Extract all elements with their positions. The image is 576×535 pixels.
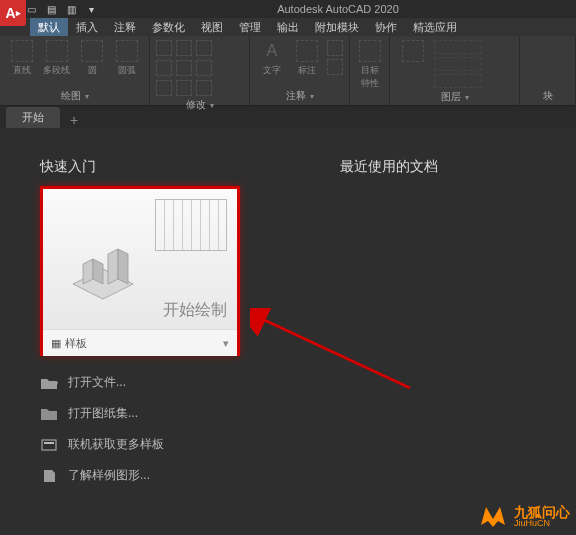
link-get-templates[interactable]: 联机获取更多样板 bbox=[40, 434, 260, 455]
btn-circle[interactable]: 圆 bbox=[77, 40, 108, 77]
svg-marker-4 bbox=[118, 249, 128, 284]
tab-collab[interactable]: 协作 bbox=[367, 18, 405, 36]
array-icon[interactable] bbox=[196, 80, 212, 96]
recent-docs-title: 最近使用的文档 bbox=[340, 158, 438, 176]
btn-arc[interactable]: 圆弧 bbox=[112, 40, 143, 77]
rotate-icon[interactable] bbox=[176, 40, 192, 56]
download-icon bbox=[40, 438, 58, 452]
annotation-arrow bbox=[250, 308, 420, 398]
link-sample-drawings[interactable]: 了解样例图形... bbox=[40, 465, 260, 486]
link-get-templates-label: 联机获取更多样板 bbox=[68, 436, 164, 453]
scale-icon[interactable] bbox=[176, 80, 192, 96]
svg-line-7 bbox=[260, 318, 410, 388]
qat-save-icon[interactable]: ▤ bbox=[44, 2, 58, 16]
template-label: 样板 bbox=[65, 336, 87, 351]
panel-properties: 目标 特性 bbox=[350, 36, 390, 105]
text-icon: A bbox=[261, 40, 283, 62]
chevron-down-icon: ▾ bbox=[223, 337, 229, 350]
panel-block: 块 bbox=[520, 36, 576, 105]
btn-layerprops[interactable] bbox=[396, 40, 430, 62]
start-drawing-card[interactable]: 开始绘制 ▦ 样板 ▾ bbox=[40, 186, 240, 356]
svg-rect-5 bbox=[42, 440, 56, 450]
ribbon: 直线 多段线 圆 圆弧 绘图 修改 A文字 标注 注释 目标 特性 图层 bbox=[0, 36, 576, 106]
watermark-en: JiuHuCN bbox=[514, 519, 570, 528]
btn-line[interactable]: 直线 bbox=[6, 40, 37, 77]
watermark-logo-icon bbox=[478, 503, 508, 529]
tab-default[interactable]: 默认 bbox=[30, 18, 68, 36]
table-icon[interactable] bbox=[327, 59, 343, 75]
link-open-file[interactable]: 打开文件... bbox=[40, 372, 260, 393]
template-preview: 开始绘制 bbox=[43, 189, 237, 329]
btn-text[interactable]: A文字 bbox=[256, 40, 288, 77]
btn-polyline[interactable]: 多段线 bbox=[41, 40, 72, 77]
arc-icon bbox=[116, 40, 138, 62]
tab-output[interactable]: 输出 bbox=[269, 18, 307, 36]
panel-layers: 图层 bbox=[390, 36, 520, 105]
modify-tools[interactable] bbox=[156, 40, 212, 96]
tab-start[interactable]: 开始 bbox=[6, 107, 60, 128]
start-page: 快速入门 开始绘制 ▦ 样板 ▾ bbox=[0, 128, 576, 535]
svg-marker-3 bbox=[108, 249, 118, 284]
tab-view[interactable]: 视图 bbox=[193, 18, 231, 36]
app-logo[interactable]: A▸ bbox=[0, 0, 26, 26]
circle-icon bbox=[81, 40, 103, 62]
tab-insert[interactable]: 插入 bbox=[68, 18, 106, 36]
quick-links: 打开文件... 打开图纸集... 联机获取更多样板 了解样例图形... bbox=[40, 372, 260, 486]
dimension-icon bbox=[296, 40, 318, 62]
link-sample-drawings-label: 了解样例图形... bbox=[68, 467, 150, 484]
panel-annotate: A文字 标注 注释 bbox=[250, 36, 350, 105]
trim-icon[interactable] bbox=[196, 40, 212, 56]
tab-manage[interactable]: 管理 bbox=[231, 18, 269, 36]
copy-icon[interactable] bbox=[156, 60, 172, 76]
line-icon bbox=[11, 40, 33, 62]
template-grid-icon: ▦ bbox=[51, 337, 61, 350]
app-logo-text: A bbox=[5, 5, 15, 21]
layer-dropdown[interactable] bbox=[434, 40, 482, 54]
btn-dimension[interactable]: 标注 bbox=[292, 40, 324, 77]
qat-saveas-icon[interactable]: ▥ bbox=[64, 2, 78, 16]
panel-draw: 直线 多段线 圆 圆弧 绘图 bbox=[0, 36, 150, 105]
layer-icon bbox=[402, 40, 424, 62]
stretch-icon[interactable] bbox=[156, 80, 172, 96]
panel-block-label: 块 bbox=[526, 87, 569, 103]
tab-addins[interactable]: 附加模块 bbox=[307, 18, 367, 36]
btn-matchprop[interactable]: 目标 特性 bbox=[356, 40, 383, 90]
mirror-icon[interactable] bbox=[176, 60, 192, 76]
watermark-cn: 九狐问心 bbox=[514, 505, 570, 519]
tab-parametric[interactable]: 参数化 bbox=[144, 18, 193, 36]
title-bar: ▦ ▭ ▤ ▥ ▾ Autodesk AutoCAD 2020 bbox=[0, 0, 576, 18]
quick-start-title: 快速入门 bbox=[40, 158, 260, 176]
folder-open-icon bbox=[40, 376, 58, 390]
app-title: Autodesk AutoCAD 2020 bbox=[104, 3, 572, 15]
document-tabs: 开始 + bbox=[0, 106, 576, 128]
ribbon-tabs: 默认 插入 注释 参数化 视图 管理 输出 附加模块 协作 精选应用 bbox=[0, 18, 576, 36]
tab-new[interactable]: + bbox=[62, 112, 86, 128]
leader-icon[interactable] bbox=[327, 40, 343, 56]
matchprop-icon bbox=[359, 40, 381, 62]
tab-annotate[interactable]: 注释 bbox=[106, 18, 144, 36]
link-open-sheetset-label: 打开图纸集... bbox=[68, 405, 138, 422]
svg-rect-6 bbox=[44, 442, 54, 444]
fillet-icon[interactable] bbox=[196, 60, 212, 76]
qat-open-icon[interactable]: ▭ bbox=[24, 2, 38, 16]
link-open-file-label: 打开文件... bbox=[68, 374, 126, 391]
layer-state[interactable] bbox=[434, 74, 482, 88]
panel-draw-label[interactable]: 绘图 bbox=[6, 87, 143, 103]
layer-tools[interactable] bbox=[434, 57, 482, 71]
isometric-shape-icon bbox=[63, 234, 153, 304]
watermark: 九狐问心 JiuHuCN bbox=[478, 503, 570, 529]
card-caption: 开始绘制 bbox=[163, 300, 227, 321]
move-icon[interactable] bbox=[156, 40, 172, 56]
document-icon bbox=[40, 469, 58, 483]
qat-dropdown-icon[interactable]: ▾ bbox=[84, 2, 98, 16]
sheetset-icon bbox=[40, 407, 58, 421]
panel-modify: 修改 bbox=[150, 36, 250, 105]
panel-modify-label[interactable]: 修改 bbox=[156, 96, 243, 112]
panel-layers-label[interactable]: 图层 bbox=[396, 88, 513, 104]
tab-featured[interactable]: 精选应用 bbox=[405, 18, 465, 36]
template-dropdown[interactable]: ▦ 样板 ▾ bbox=[43, 329, 237, 356]
polyline-icon bbox=[46, 40, 68, 62]
panel-annotate-label[interactable]: 注释 bbox=[256, 87, 343, 103]
link-open-sheetset[interactable]: 打开图纸集... bbox=[40, 403, 260, 424]
